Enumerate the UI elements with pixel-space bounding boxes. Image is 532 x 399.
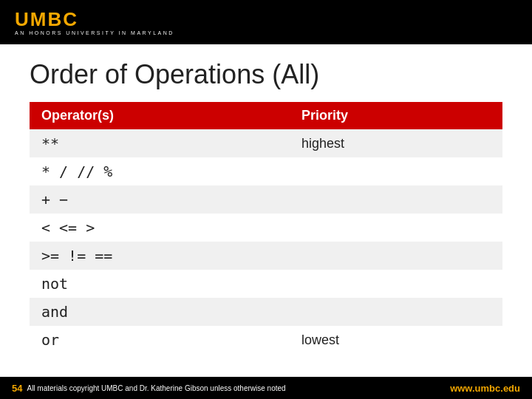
operator-cell: not: [30, 270, 290, 298]
col2-header: Priority: [290, 102, 502, 129]
col1-header: Operator(s): [30, 102, 290, 129]
operator-cell: >= != ==: [30, 242, 290, 270]
operator-cell: * / // %: [30, 157, 290, 185]
footer-left: 54 All materials copyright UMBC and Dr. …: [12, 383, 286, 394]
table-row: **highest: [30, 129, 502, 157]
footer-credit: All materials copyright UMBC and Dr. Kat…: [27, 384, 285, 392]
page-title: Order of Operations (All): [30, 59, 502, 90]
table-row: and: [30, 298, 502, 326]
slide-number: 54: [12, 383, 22, 394]
umbc-logo-subtitle: AN HONORS UNIVERSITY IN MARYLAND: [15, 30, 174, 35]
table-row: + −: [30, 185, 502, 214]
priority-cell: [290, 157, 502, 185]
operations-table: Operator(s) Priority **highest* / // %+ …: [30, 102, 502, 354]
priority-cell: highest: [290, 129, 502, 157]
table-row: >= != ==: [30, 242, 502, 270]
table-row: orlowest: [30, 326, 502, 354]
operator-cell: < <= >: [30, 214, 290, 242]
operator-cell: and: [30, 298, 290, 326]
operator-cell: or: [30, 326, 290, 354]
footer: 54 All materials copyright UMBC and Dr. …: [0, 377, 532, 399]
header-bar: UMBC AN HONORS UNIVERSITY IN MARYLAND: [0, 0, 532, 44]
priority-cell: [290, 270, 502, 298]
table-row: < <= >: [30, 214, 502, 242]
footer-url: www.umbc.edu: [450, 383, 520, 394]
priority-cell: [290, 214, 502, 242]
umbc-logo-text: UMBC: [15, 10, 78, 29]
priority-cell: [290, 298, 502, 326]
table-row: not: [30, 270, 502, 298]
priority-cell: [290, 185, 502, 214]
operator-cell: + −: [30, 185, 290, 214]
umbc-logo: UMBC AN HONORS UNIVERSITY IN MARYLAND: [15, 10, 174, 35]
operator-cell: **: [30, 129, 290, 157]
main-content: Order of Operations (All) Operator(s) Pr…: [0, 44, 532, 361]
priority-cell: lowest: [290, 326, 502, 354]
table-row: * / // %: [30, 157, 502, 185]
priority-cell: [290, 242, 502, 270]
